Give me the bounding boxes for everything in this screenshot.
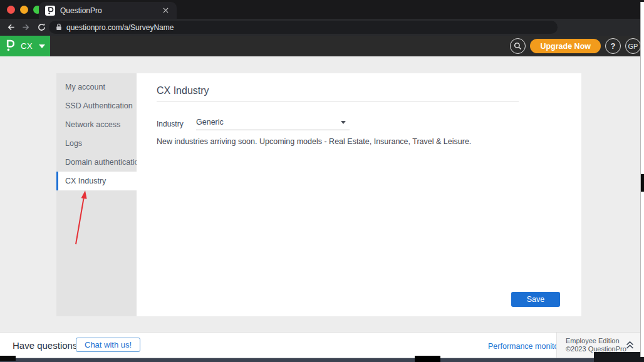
header-actions: Upgrade Now ? GP (510, 38, 641, 54)
industry-select[interactable]: Generic (196, 115, 350, 130)
window-controls (7, 6, 41, 14)
footer-bar: Have questions? Chat with us! Performanc… (0, 332, 644, 358)
have-questions-text: Have questions? (13, 340, 83, 351)
close-window-button[interactable] (7, 6, 15, 14)
chevron-down-icon (39, 44, 45, 48)
sidebar-item-logs[interactable]: Logs (56, 134, 137, 153)
cx-industry-panel: CX Industry Industry Generic New industr… (137, 73, 581, 316)
settings-sidebar: My account SSD Authentication Network ac… (56, 73, 137, 316)
minimize-window-button[interactable] (20, 6, 28, 14)
close-tab-icon[interactable] (160, 6, 170, 16)
save-button[interactable]: Save (511, 292, 560, 307)
title-divider (157, 101, 519, 101)
scrollbar-thumb[interactable] (641, 174, 644, 192)
industry-note: New industries arriving soon. Upcoming m… (157, 137, 471, 146)
page-title: CX Industry (157, 85, 209, 96)
page-scrollbar[interactable] (640, 2, 644, 357)
help-button[interactable]: ? (605, 38, 621, 54)
sidebar-item-domain-authentication[interactable]: Domain authentication (56, 153, 137, 172)
lock-icon (56, 22, 62, 33)
avatar[interactable]: GP (625, 38, 641, 54)
upgrade-now-button[interactable]: Upgrade Now (530, 39, 601, 53)
sidebar-item-cx-industry[interactable]: CX Industry (56, 172, 137, 190)
forward-icon[interactable] (21, 22, 31, 33)
product-switcher[interactable]: CX (0, 36, 50, 56)
bottom-edge-right-fragment (594, 352, 644, 362)
industry-label: Industry (157, 120, 184, 128)
url-text: questionpro.com/a/SurveyName (66, 23, 174, 32)
back-icon[interactable] (6, 22, 16, 33)
questionpro-favicon-icon (45, 6, 55, 16)
bottom-window-edge (0, 358, 644, 362)
screen: QuestionPro (0, 0, 644, 362)
sidebar-item-network-access[interactable]: Network access (56, 115, 137, 134)
chevron-down-icon (341, 121, 346, 124)
edition-line: Employee Edition (566, 337, 626, 345)
collapse-footer-button[interactable] (625, 339, 635, 353)
performance-monitor-link[interactable]: Performance monitor (488, 342, 561, 351)
questionpro-logo-icon (6, 39, 14, 54)
app-header: CX Upgrade Now ? GP (0, 36, 644, 56)
search-button[interactable] (510, 38, 526, 54)
browser-tab[interactable]: QuestionPro (39, 2, 177, 19)
bottom-edge-mid-fragment (415, 356, 440, 362)
browser-toolbar: questionpro.com/a/SurveyName (0, 19, 644, 36)
double-chevron-up-icon (625, 339, 635, 350)
search-icon (514, 42, 522, 50)
sidebar-item-ssd-authentication[interactable]: SSD Authentication (56, 96, 137, 115)
sidebar-item-my-account[interactable]: My account (56, 78, 137, 96)
reload-icon[interactable] (36, 22, 47, 33)
edition-text: Employee Edition ©2023 QuestionPro (566, 337, 626, 353)
tab-title: QuestionPro (60, 6, 160, 15)
browser-titlebar: QuestionPro (0, 0, 644, 19)
address-bar[interactable]: questionpro.com/a/SurveyName (49, 21, 558, 34)
bottom-edge-left-fragment (0, 356, 16, 361)
product-name: CX (21, 41, 33, 51)
chat-with-us-button[interactable]: Chat with us! (76, 338, 140, 352)
industry-selected-value: Generic (196, 118, 224, 127)
